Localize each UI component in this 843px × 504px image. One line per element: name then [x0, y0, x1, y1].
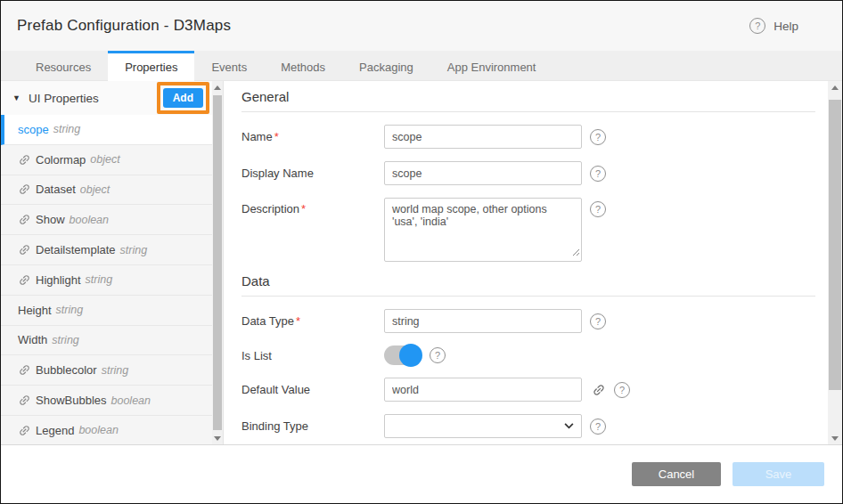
link-icon — [18, 424, 31, 437]
dialog-footer: Cancel Save — [1, 444, 842, 503]
data-type-label: Data Type — [241, 314, 294, 328]
display-name-input[interactable] — [384, 161, 582, 185]
description-label: Description — [241, 202, 299, 215]
link-icon — [18, 243, 31, 256]
sidebar-item-showbubbles[interactable]: ShowBubbles boolean — [1, 386, 212, 416]
scroll-up-icon[interactable] — [212, 81, 223, 93]
chevron-down-icon — [564, 423, 574, 429]
is-list-help-icon[interactable]: ? — [430, 347, 446, 363]
link-icon — [18, 394, 31, 407]
sidebar-item-height[interactable]: Height string — [1, 296, 212, 326]
sidebar-item-detailstemplate[interactable]: Detailstemplate string — [1, 235, 212, 265]
sidebar-item-dataset[interactable]: Dataset object — [1, 175, 212, 206]
display-name-label: Display Name — [241, 167, 314, 180]
sidebar-item-legend[interactable]: Legend boolean — [1, 416, 212, 444]
tab-properties[interactable]: Properties — [108, 51, 194, 81]
required-asterisk: * — [301, 202, 306, 215]
help-button[interactable]: ? Help — [749, 18, 798, 34]
cancel-button[interactable]: Cancel — [632, 462, 721, 486]
dialog-body: ▼ UI Properties Add scope string Colorma… — [1, 81, 842, 444]
field-row-display-name: Display Name ? — [241, 161, 815, 185]
sidebar-scrollbar-thumb[interactable] — [213, 95, 222, 430]
field-row-binding-type: Binding Type ? — [241, 414, 815, 438]
field-row-description: Description* world map scope, other opti… — [241, 198, 815, 262]
link-icon — [18, 183, 31, 196]
scroll-down-icon[interactable] — [212, 432, 223, 444]
tab-events[interactable]: Events — [194, 51, 264, 80]
prefab-configuration-dialog: Prefab Configuration - D3Maps ? Help Res… — [0, 0, 843, 504]
section-title-general: General — [241, 89, 815, 112]
sidebar-scrollbar[interactable] — [212, 81, 223, 444]
tab-resources[interactable]: Resources — [19, 51, 108, 80]
is-list-toggle[interactable] — [384, 345, 422, 365]
properties-sidebar: ▼ UI Properties Add scope string Colorma… — [1, 81, 224, 444]
field-row-name: Name* ? — [241, 125, 815, 149]
name-help-icon[interactable]: ? — [590, 129, 606, 145]
display-name-help-icon[interactable]: ? — [590, 166, 606, 182]
scroll-up-icon[interactable] — [828, 81, 842, 93]
sidebar-item-show[interactable]: Show boolean — [1, 205, 212, 235]
link-icon — [18, 213, 31, 226]
default-value-label: Default Value — [241, 383, 310, 396]
default-value-help-icon[interactable]: ? — [614, 382, 630, 398]
add-property-button[interactable]: Add — [163, 88, 203, 108]
property-list: scope string Colormap object Dataset obj… — [1, 115, 212, 444]
help-icon: ? — [749, 18, 765, 34]
link-icon — [18, 363, 31, 377]
sidebar-item-scope[interactable]: scope string — [1, 115, 212, 145]
main-panel: General Name* ? Display Name — [224, 81, 842, 444]
title-bar: Prefab Configuration - D3Maps ? Help — [1, 1, 842, 51]
is-list-label: Is List — [241, 349, 272, 362]
link-icon — [18, 153, 31, 167]
help-label: Help — [773, 20, 798, 33]
page-title: Prefab Configuration - D3Maps — [17, 17, 231, 35]
binding-type-select[interactable] — [384, 414, 582, 438]
required-asterisk: * — [296, 314, 300, 328]
property-form: General Name* ? Display Name — [224, 81, 828, 444]
required-asterisk: * — [274, 130, 279, 143]
link-icon — [18, 273, 31, 287]
toggle-knob — [399, 344, 422, 367]
sidebar-item-colormap[interactable]: Colormap object — [1, 145, 212, 175]
sidebar-item-bubblecolor[interactable]: Bubblecolor string — [1, 355, 212, 386]
scroll-down-icon[interactable] — [828, 432, 842, 444]
field-row-default-value: Default Value ? — [241, 378, 815, 402]
sidebar-title: UI Properties — [29, 92, 99, 105]
section-title-data: Data — [241, 273, 815, 297]
name-label: Name — [241, 130, 273, 143]
tab-methods[interactable]: Methods — [264, 51, 342, 80]
collapse-caret-icon[interactable]: ▼ — [12, 93, 20, 102]
description-help-icon[interactable]: ? — [590, 201, 606, 217]
main-scrollbar-thumb[interactable] — [829, 100, 841, 390]
tab-app-environment[interactable]: App Environment — [430, 51, 553, 80]
data-type-help-icon[interactable]: ? — [590, 313, 606, 329]
sidebar-item-width[interactable]: Width string — [1, 326, 212, 356]
main-scrollbar[interactable] — [828, 81, 842, 444]
tab-packaging[interactable]: Packaging — [342, 51, 430, 80]
description-textarea[interactable]: world map scope, other options 'usa', 'i… — [384, 198, 582, 262]
save-button[interactable]: Save — [733, 462, 824, 486]
default-value-input[interactable] — [384, 378, 582, 402]
tab-bar: ResourcesPropertiesEventsMethodsPackagin… — [1, 51, 842, 81]
sidebar-item-highlight[interactable]: Highlight string — [1, 265, 212, 296]
sidebar-header: ▼ UI Properties Add — [1, 81, 212, 115]
bind-variable-link-icon[interactable] — [592, 383, 606, 397]
binding-type-label: Binding Type — [241, 419, 308, 433]
data-type-input[interactable] — [384, 309, 582, 333]
annotation-highlight-box: Add — [157, 82, 209, 114]
name-input[interactable] — [384, 125, 582, 149]
field-row-data-type: Data Type* ? — [241, 309, 815, 333]
field-row-is-list: Is List ? — [241, 345, 815, 365]
binding-type-help-icon[interactable]: ? — [590, 419, 606, 435]
